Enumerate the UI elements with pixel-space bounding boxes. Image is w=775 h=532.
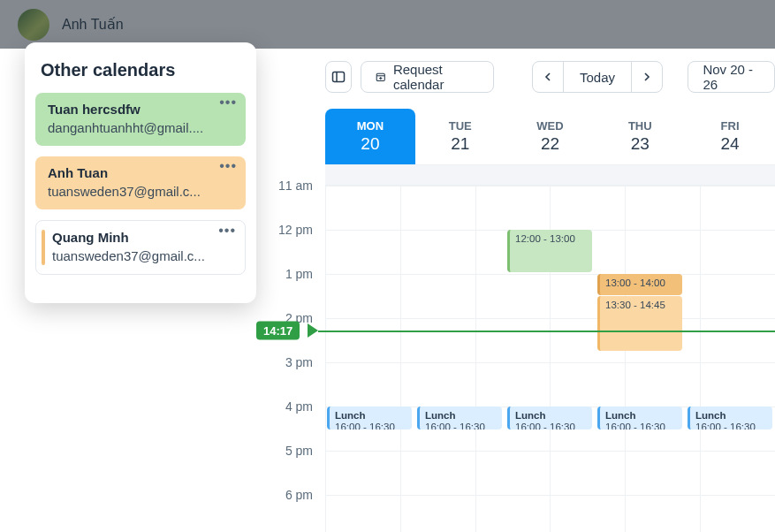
day-of-week: FRI [685,119,775,133]
day-of-week: WED [505,119,596,133]
calendar-email: tuansweden37@gmail.c... [52,248,232,263]
backdrop-dim [0,0,775,49]
allday-row[interactable] [325,164,775,186]
event-title: Lunch [605,410,677,422]
day-number: 22 [505,134,596,154]
calendar-card-anh-tuan[interactable]: ••• Anh Tuan tuansweden37@gmail.c... [35,156,246,209]
calendar-main: Request calendar Today Nov 20 - 26 MON 2… [256,49,775,532]
other-calendars-panel: Other calendars ••• Tuan hercsdfw dangan… [25,42,256,303]
day-of-week: TUE [415,119,505,133]
event-lunch-wed[interactable]: Lunch 16:00 - 16:30 [507,407,592,429]
today-button[interactable]: Today [563,61,632,93]
now-line [318,331,775,332]
svg-rect-0 [333,72,345,82]
hour-label: 5 pm [256,444,325,458]
toggle-sidebar-button[interactable] [325,61,352,93]
calendar-name: Tuan hercsdfw [48,102,233,117]
card-menu-icon[interactable]: ••• [219,98,237,107]
now-time-badge: 14:17 [256,322,300,340]
event-time: 16:00 - 16:30 [335,422,406,429]
day-number: 21 [415,134,505,154]
hour-label: 4 pm [256,399,325,414]
card-menu-icon[interactable]: ••• [219,162,237,171]
hour-label: 12 pm [256,223,325,237]
hour-label: 1 pm [256,267,325,281]
hour-label: 11 am [256,179,325,193]
chevron-right-icon [642,72,652,82]
calendar-email: danganhtuanhht@gmail.... [48,120,233,135]
event-time: 13:30 - 14:45 [605,300,677,311]
card-color-bar [42,230,45,265]
event-title: Lunch [425,410,497,422]
day-of-week: THU [595,119,685,133]
event-time: 12:00 - 13:00 [515,233,587,245]
event-thu-header[interactable]: 13:00 - 14:00 [597,274,682,295]
day-header-mon[interactable]: MON 20 [325,109,415,164]
calendar-toolbar: Request calendar Today Nov 20 - 26 [256,61,775,109]
calendar-grid: 11 am 12 pm 1 pm 2 pm 3 pm 4 pm 5 pm 6 p… [256,164,775,532]
calendar-name: Quang Minh [52,230,232,245]
days-header: MON 20 TUE 21 WED 22 THU 23 FRI 24 [325,109,775,164]
day-header-wed[interactable]: WED 22 [505,109,596,164]
now-arrow-icon [308,323,318,338]
calendar-name: Anh Tuan [48,165,233,180]
event-time: 16:00 - 16:30 [695,422,767,429]
day-header-fri[interactable]: FRI 24 [685,109,775,164]
calendar-plus-icon [376,71,386,83]
calendar-card-tuan-hercsdfw[interactable]: ••• Tuan hercsdfw danganhtuanhht@gmail..… [35,93,246,146]
next-week-button[interactable] [631,61,663,93]
event-lunch-mon[interactable]: Lunch 16:00 - 16:30 [327,407,412,429]
event-lunch-fri[interactable]: Lunch 16:00 - 16:30 [688,407,772,429]
event-time: 13:00 - 14:00 [605,277,677,289]
event-thu-body[interactable]: 13:30 - 14:45 [597,296,682,351]
day-number: 20 [325,134,415,154]
event-title: Lunch [515,410,587,422]
events-layer: 12:00 - 13:00 13:00 - 14:00 13:30 - 14:4… [325,186,775,532]
day-number: 24 [685,134,775,154]
day-of-week: MON [325,119,415,133]
today-label: Today [580,70,615,85]
hour-label: 3 pm [256,355,325,369]
request-calendar-button[interactable]: Request calendar [361,61,493,93]
event-time: 16:00 - 16:30 [605,422,677,429]
chevron-left-icon [543,72,553,82]
hour-label: 6 pm [256,488,325,502]
event-lunch-tue[interactable]: Lunch 16:00 - 16:30 [417,407,502,429]
card-menu-icon[interactable]: ••• [218,226,236,235]
request-calendar-label: Request calendar [393,62,479,92]
event-wed-green[interactable]: 12:00 - 13:00 [507,230,592,272]
date-nav-group: Today [532,61,663,93]
panel-title: Other calendars [35,57,246,93]
calendar-email: tuansweden37@gmail.c... [48,184,233,199]
event-title: Lunch [695,410,767,422]
event-time: 16:00 - 16:30 [515,422,587,429]
calendar-card-quang-minh[interactable]: ••• Quang Minh tuansweden37@gmail.c... [35,220,246,275]
prev-week-button[interactable] [532,61,564,93]
day-number: 23 [595,134,685,154]
date-range-label: Nov 20 - 26 [703,62,760,92]
panel-icon [331,70,346,84]
event-title: Lunch [335,410,406,422]
date-range-button[interactable]: Nov 20 - 26 [688,61,775,93]
event-lunch-thu[interactable]: Lunch 16:00 - 16:30 [597,407,682,429]
day-header-tue[interactable]: TUE 21 [415,109,505,164]
day-header-thu[interactable]: THU 23 [595,109,685,164]
event-time: 16:00 - 16:30 [425,422,497,429]
